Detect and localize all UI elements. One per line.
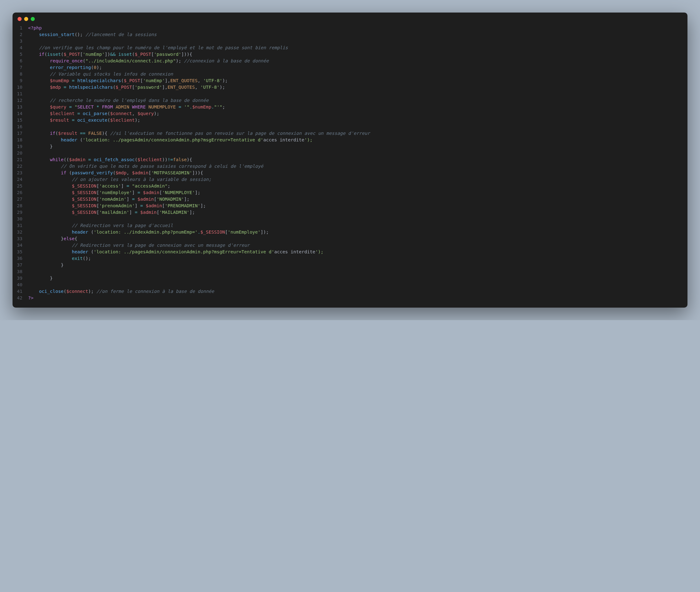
- window-titlebar: [12, 12, 688, 23]
- line-number: 2: [17, 31, 22, 38]
- line-number: 7: [17, 64, 22, 71]
- code-line: error_reporting(0);: [28, 64, 681, 71]
- line-number: 3: [17, 38, 22, 45]
- line-number: 25: [17, 183, 22, 189]
- code-line: ?>: [28, 295, 681, 301]
- code-line: // Redirection vers la page de connexion…: [28, 242, 681, 249]
- line-number: 22: [17, 163, 22, 169]
- code-editor: 1234567891011121314151617181920212223242…: [12, 23, 688, 308]
- code-line: [28, 38, 681, 45]
- code-line: while(($admin = oci_fetch_assoc($leclien…: [28, 156, 681, 163]
- line-number: 36: [17, 255, 22, 262]
- line-number: 33: [17, 236, 22, 242]
- line-number: 27: [17, 196, 22, 203]
- line-number: 21: [17, 156, 22, 163]
- line-number: 24: [17, 176, 22, 183]
- line-number: 30: [17, 216, 22, 222]
- line-number: 26: [17, 189, 22, 196]
- line-number: 15: [17, 117, 22, 124]
- code-line: $leclient = oci_parse($connect, $query);: [28, 110, 681, 117]
- line-number: 19: [17, 143, 22, 150]
- line-number: 39: [17, 275, 22, 282]
- code-line: [28, 268, 681, 275]
- code-line: exit();: [28, 255, 681, 262]
- code-line: [28, 216, 681, 222]
- code-line: [28, 91, 681, 97]
- code-line: session_start(); //lancement de la sessi…: [28, 31, 681, 38]
- code-line: [28, 150, 681, 156]
- line-number: 1: [17, 25, 22, 31]
- line-number: 11: [17, 91, 22, 97]
- line-number: 16: [17, 124, 22, 130]
- zoom-icon[interactable]: [31, 17, 35, 21]
- code-line: }: [28, 262, 681, 268]
- code-line: }: [28, 143, 681, 150]
- line-number: 38: [17, 268, 22, 275]
- code-line: [28, 124, 681, 130]
- code-line: $_SESSION['nomAdmin'] = $admin['NOMADMIN…: [28, 196, 681, 203]
- code-line: <?php: [28, 25, 681, 31]
- code-line: if (password_verify($mdp, $admin['MOTPAS…: [28, 169, 681, 176]
- line-number: 31: [17, 222, 22, 229]
- line-number: 5: [17, 51, 22, 58]
- line-number: 20: [17, 150, 22, 156]
- line-number: 37: [17, 262, 22, 268]
- code-line: [28, 282, 681, 288]
- code-line: header ('location: ../pagesAdmin/connexi…: [28, 249, 681, 255]
- code-window: 1234567891011121314151617181920212223242…: [12, 12, 688, 308]
- line-number: 9: [17, 78, 22, 84]
- line-number: 23: [17, 169, 22, 176]
- line-number: 12: [17, 97, 22, 104]
- line-number: 6: [17, 58, 22, 64]
- line-number-gutter: 1234567891011121314151617181920212223242…: [12, 25, 28, 301]
- code-line: $mdp = htmlspecialchars($_POST['password…: [28, 84, 681, 91]
- code-line: if(isset($_POST['numEmp'])&& isset($_POS…: [28, 51, 681, 58]
- line-number: 32: [17, 229, 22, 236]
- line-number: 14: [17, 110, 22, 117]
- code-line: // On vérifie que le mots de passe saisi…: [28, 163, 681, 169]
- line-number: 10: [17, 84, 22, 91]
- line-number: 40: [17, 282, 22, 288]
- code-line: require_once("../includeAdmin/connect.in…: [28, 58, 681, 64]
- line-number: 17: [17, 130, 22, 137]
- line-number: 42: [17, 295, 22, 301]
- code-line: $_SESSION['mailAdmin'] = $admin['MAILADM…: [28, 209, 681, 216]
- code-line: // on ajouter les valeurs à la variable …: [28, 176, 681, 183]
- code-line: }else{: [28, 236, 681, 242]
- code-line: }: [28, 275, 681, 282]
- code-line: $query = "SELECT * FROM ADMIN WHERE NUME…: [28, 104, 681, 110]
- line-number: 8: [17, 71, 22, 78]
- code-line: // recherche le numéro de l'employé dans…: [28, 97, 681, 104]
- line-number: 35: [17, 249, 22, 255]
- code-line: $_SESSION['access'] = "accessAdmin";: [28, 183, 681, 189]
- code-line: $numEmp = htmlspecialchars($_POST['numEm…: [28, 78, 681, 84]
- code-line: // Variable qui stocks les infos de conn…: [28, 71, 681, 78]
- line-number: 34: [17, 242, 22, 249]
- code-line: $_SESSION['prenomAdmin'] = $admin['PRENO…: [28, 203, 681, 209]
- line-number: 41: [17, 288, 22, 295]
- line-number: 28: [17, 203, 22, 209]
- line-number: 18: [17, 137, 22, 143]
- code-content[interactable]: <?php session_start(); //lancement de la…: [28, 25, 688, 301]
- code-line: oci_close($connect); //on ferme le conne…: [28, 288, 681, 295]
- code-line: header ('location: ../pagesAdmin/connexi…: [28, 137, 681, 143]
- line-number: 29: [17, 209, 22, 216]
- code-line: // Redirection vers la page d'accueil: [28, 222, 681, 229]
- minimize-icon[interactable]: [24, 17, 28, 21]
- code-line: $result = oci_execute($leclient);: [28, 117, 681, 124]
- code-line: //on verifie que les champ pour le numér…: [28, 45, 681, 51]
- line-number: 4: [17, 45, 22, 51]
- code-line: if($result == FALSE){ //si l'exécution n…: [28, 130, 681, 137]
- code-line: $_SESSION['numEmploye'] = $admin['NUMEMP…: [28, 189, 681, 196]
- line-number: 13: [17, 104, 22, 110]
- close-icon[interactable]: [17, 17, 21, 21]
- code-line: header ('location: ../indexAdmin.php?pnu…: [28, 229, 681, 236]
